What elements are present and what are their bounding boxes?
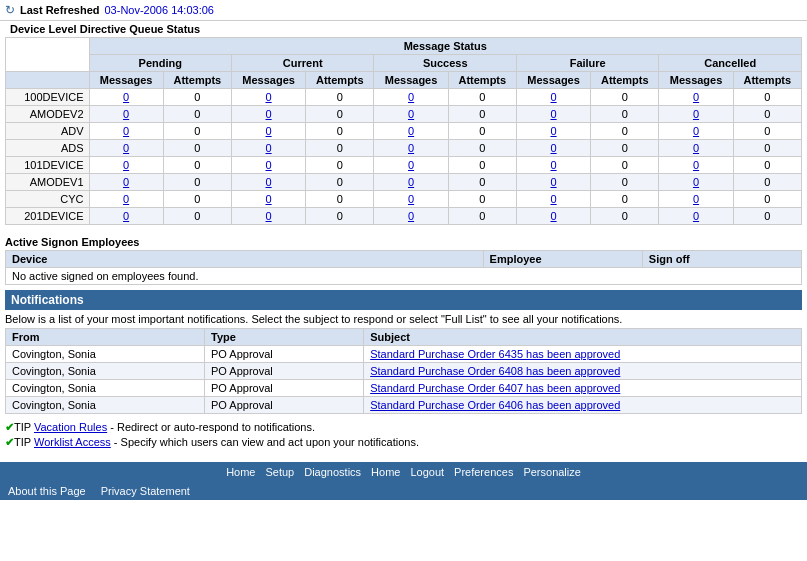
message-count-link[interactable]: 0: [659, 140, 733, 157]
message-count-link[interactable]: 0: [516, 140, 590, 157]
message-count-link[interactable]: 0: [231, 157, 305, 174]
notif-col-subject: Subject: [364, 329, 802, 346]
notifications-header: Notifications: [5, 290, 802, 310]
attempts-count: 0: [306, 106, 374, 123]
msg-status-header: Message Status: [89, 38, 802, 55]
message-count-link[interactable]: 0: [516, 123, 590, 140]
message-count-link[interactable]: 0: [89, 106, 163, 123]
message-count-link[interactable]: 0: [374, 106, 448, 123]
message-count-link[interactable]: 0: [374, 157, 448, 174]
footer-nav-item-home[interactable]: Home: [371, 466, 400, 478]
attempts-count: 0: [448, 106, 516, 123]
message-count-link[interactable]: 0: [516, 191, 590, 208]
refresh-icon[interactable]: ↻: [5, 3, 15, 17]
message-count-link[interactable]: 0: [89, 191, 163, 208]
col-cancelled-msg: Messages: [659, 72, 733, 89]
footer-nav-item-personalize[interactable]: Personalize: [523, 466, 580, 478]
attempts-count: 0: [163, 89, 231, 106]
notif-subject[interactable]: Standard Purchase Order 6407 has been ap…: [364, 380, 802, 397]
footer-nav-item-logout[interactable]: Logout: [410, 466, 444, 478]
footer-nav-item-diagnostics[interactable]: Diagnostics: [304, 466, 361, 478]
message-count-link[interactable]: 0: [89, 174, 163, 191]
notif-col-from: From: [6, 329, 205, 346]
tip-row: ✔TIP Worklist Access - Specify which use…: [5, 436, 802, 449]
message-count-link[interactable]: 0: [659, 89, 733, 106]
device-name: 100DEVICE: [6, 89, 90, 106]
device-name: AMODEV2: [6, 106, 90, 123]
attempts-count: 0: [163, 123, 231, 140]
col-success-msg: Messages: [374, 72, 448, 89]
notif-subject[interactable]: Standard Purchase Order 6406 has been ap…: [364, 397, 802, 414]
footer-nav-item-setup[interactable]: Setup: [265, 466, 294, 478]
message-count-link[interactable]: 0: [89, 123, 163, 140]
message-count-link[interactable]: 0: [659, 157, 733, 174]
attempts-count: 0: [306, 191, 374, 208]
attempts-count: 0: [733, 174, 801, 191]
message-count-link[interactable]: 0: [231, 106, 305, 123]
device-name: ADV: [6, 123, 90, 140]
attempts-count: 0: [591, 208, 659, 225]
message-count-link[interactable]: 0: [89, 140, 163, 157]
top-bar: ↻ Last Refreshed 03-Nov-2006 14:03:06: [0, 0, 807, 21]
message-count-link[interactable]: 0: [659, 123, 733, 140]
bottom-bar-item-about-this-page[interactable]: About this Page: [8, 485, 86, 497]
attempts-count: 0: [163, 140, 231, 157]
message-count-link[interactable]: 0: [231, 123, 305, 140]
attempts-count: 0: [591, 174, 659, 191]
message-count-link[interactable]: 0: [89, 208, 163, 225]
message-count-link[interactable]: 0: [374, 208, 448, 225]
notif-from: Covington, Sonia: [6, 397, 205, 414]
message-count-link[interactable]: 0: [231, 174, 305, 191]
message-count-link[interactable]: 0: [89, 157, 163, 174]
message-count-link[interactable]: 0: [231, 89, 305, 106]
col-pending-msg: Messages: [89, 72, 163, 89]
tip-description: - Specify which users can view and act u…: [111, 436, 419, 448]
attempts-count: 0: [306, 89, 374, 106]
notif-from: Covington, Sonia: [6, 346, 205, 363]
footer-nav-item-preferences[interactable]: Preferences: [454, 466, 513, 478]
col-current-msg: Messages: [231, 72, 305, 89]
footer-nav-item-home[interactable]: Home: [226, 466, 255, 478]
message-count-link[interactable]: 0: [659, 106, 733, 123]
signon-col-device: Device: [6, 251, 484, 268]
message-count-link[interactable]: 0: [374, 140, 448, 157]
no-data-row: No active signed on employees found.: [6, 268, 802, 285]
message-count-link[interactable]: 0: [231, 191, 305, 208]
bottom-bar-item-privacy-statement[interactable]: Privacy Statement: [101, 485, 190, 497]
footer-nav: HomeSetupDiagnosticsHomeLogoutPreference…: [0, 462, 807, 482]
message-count-link[interactable]: 0: [374, 174, 448, 191]
message-count-link[interactable]: 0: [516, 208, 590, 225]
message-count-link[interactable]: 0: [516, 157, 590, 174]
message-count-link[interactable]: 0: [374, 89, 448, 106]
device-name: CYC: [6, 191, 90, 208]
tips-section: ✔TIP Vacation Rules - Redirect or auto-r…: [5, 418, 802, 454]
message-count-link[interactable]: 0: [659, 191, 733, 208]
notif-subject[interactable]: Standard Purchase Order 6408 has been ap…: [364, 363, 802, 380]
notification-row: Covington, SoniaPO ApprovalStandard Purc…: [6, 363, 802, 380]
message-count-link[interactable]: 0: [374, 191, 448, 208]
message-count-link[interactable]: 0: [659, 174, 733, 191]
main-content: Device Level Directive Queue Status Mess…: [0, 21, 807, 454]
attempts-count: 0: [306, 140, 374, 157]
message-count-link[interactable]: 0: [89, 89, 163, 106]
attempts-count: 0: [306, 157, 374, 174]
tip-link[interactable]: Worklist Access: [34, 436, 111, 448]
notif-subject[interactable]: Standard Purchase Order 6435 has been ap…: [364, 346, 802, 363]
col-cancelled-att: Attempts: [733, 72, 801, 89]
attempts-count: 0: [306, 208, 374, 225]
tip-link[interactable]: Vacation Rules: [34, 421, 107, 433]
attempts-count: 0: [163, 106, 231, 123]
message-count-link[interactable]: 0: [231, 140, 305, 157]
message-count-link[interactable]: 0: [516, 89, 590, 106]
message-count-link[interactable]: 0: [659, 208, 733, 225]
signon-col-signoff: Sign off: [642, 251, 801, 268]
message-status-table: Message Status Pending Current Success F…: [5, 37, 802, 225]
notif-col-type: Type: [205, 329, 364, 346]
message-count-link[interactable]: 0: [231, 208, 305, 225]
message-count-link[interactable]: 0: [374, 123, 448, 140]
col-current-att: Attempts: [306, 72, 374, 89]
message-count-link[interactable]: 0: [516, 106, 590, 123]
notif-from: Covington, Sonia: [6, 380, 205, 397]
message-count-link[interactable]: 0: [516, 174, 590, 191]
notif-type: PO Approval: [205, 397, 364, 414]
